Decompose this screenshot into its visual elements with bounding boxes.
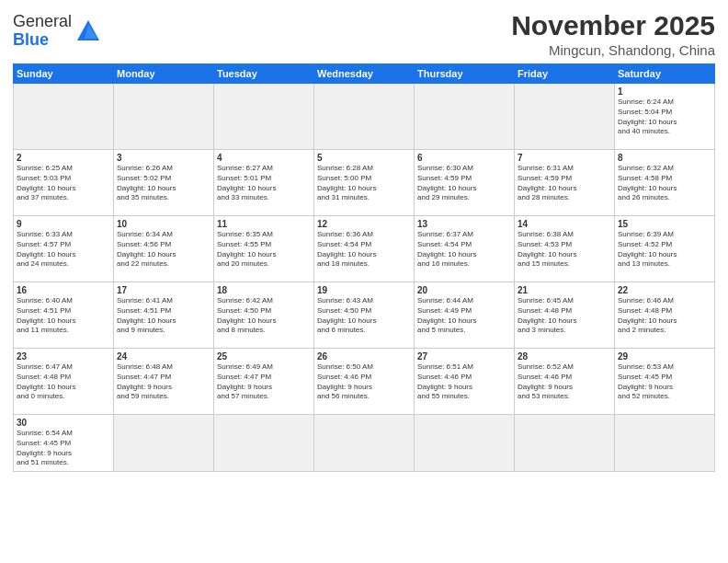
day-info: Sunrise: 6:38 AM Sunset: 4:53 PM Dayligh… bbox=[518, 230, 611, 270]
day-number: 3 bbox=[117, 153, 210, 163]
day-number: 25 bbox=[217, 351, 311, 362]
logo-blue: Blue bbox=[13, 30, 49, 49]
day-number: 18 bbox=[217, 285, 311, 295]
day-info: Sunrise: 6:47 AM Sunset: 4:48 PM Dayligh… bbox=[17, 362, 110, 402]
table-row: 15Sunrise: 6:39 AM Sunset: 4:52 PM Dayli… bbox=[615, 216, 715, 282]
header: General Blue November 2025 Mingcun, Shan… bbox=[13, 9, 715, 58]
day-number: 9 bbox=[17, 219, 110, 229]
table-row: 6Sunrise: 6:30 AM Sunset: 4:59 PM Daylig… bbox=[415, 150, 515, 216]
calendar-row: 2Sunrise: 6:25 AM Sunset: 5:03 PM Daylig… bbox=[14, 150, 715, 216]
day-info: Sunrise: 6:31 AM Sunset: 4:59 PM Dayligh… bbox=[518, 164, 611, 203]
table-row bbox=[14, 84, 114, 150]
header-saturday: Saturday bbox=[615, 64, 715, 84]
table-row: 24Sunrise: 6:48 AM Sunset: 4:47 PM Dayli… bbox=[114, 349, 214, 415]
day-info: Sunrise: 6:41 AM Sunset: 4:51 PM Dayligh… bbox=[117, 296, 210, 336]
calendar-page: General Blue November 2025 Mingcun, Shan… bbox=[0, 0, 728, 563]
table-row: 10Sunrise: 6:34 AM Sunset: 4:56 PM Dayli… bbox=[114, 216, 214, 282]
calendar-row: 30Sunrise: 6:54 AM Sunset: 4:45 PM Dayli… bbox=[14, 415, 715, 472]
table-row: 30Sunrise: 6:54 AM Sunset: 4:45 PM Dayli… bbox=[14, 415, 114, 472]
day-info: Sunrise: 6:54 AM Sunset: 4:45 PM Dayligh… bbox=[17, 429, 110, 468]
day-info: Sunrise: 6:33 AM Sunset: 4:57 PM Dayligh… bbox=[17, 230, 110, 270]
table-row: 17Sunrise: 6:41 AM Sunset: 4:51 PM Dayli… bbox=[114, 282, 214, 349]
table-row: 2Sunrise: 6:25 AM Sunset: 5:03 PM Daylig… bbox=[14, 150, 114, 216]
calendar-row: 1Sunrise: 6:24 AM Sunset: 5:04 PM Daylig… bbox=[14, 84, 715, 150]
day-number: 26 bbox=[317, 351, 411, 362]
day-info: Sunrise: 6:49 AM Sunset: 4:47 PM Dayligh… bbox=[217, 362, 311, 402]
day-info: Sunrise: 6:32 AM Sunset: 4:58 PM Dayligh… bbox=[618, 164, 711, 203]
calendar-header-row: Sunday Monday Tuesday Wednesday Thursday… bbox=[14, 64, 715, 84]
day-number: 19 bbox=[317, 285, 411, 295]
table-row: 14Sunrise: 6:38 AM Sunset: 4:53 PM Dayli… bbox=[515, 216, 615, 282]
day-number: 2 bbox=[17, 153, 110, 163]
day-number: 12 bbox=[317, 219, 411, 229]
day-number: 4 bbox=[217, 153, 311, 163]
day-info: Sunrise: 6:42 AM Sunset: 4:50 PM Dayligh… bbox=[217, 296, 311, 336]
day-number: 24 bbox=[117, 351, 210, 362]
table-row bbox=[214, 84, 314, 150]
day-number: 17 bbox=[117, 285, 210, 295]
header-wednesday: Wednesday bbox=[314, 64, 415, 84]
table-row: 23Sunrise: 6:47 AM Sunset: 4:48 PM Dayli… bbox=[14, 349, 114, 415]
day-info: Sunrise: 6:46 AM Sunset: 4:48 PM Dayligh… bbox=[618, 296, 711, 336]
calendar-row: 23Sunrise: 6:47 AM Sunset: 4:48 PM Dayli… bbox=[14, 349, 715, 415]
day-info: Sunrise: 6:25 AM Sunset: 5:03 PM Dayligh… bbox=[17, 164, 110, 203]
day-number: 23 bbox=[17, 351, 110, 362]
table-row bbox=[515, 415, 615, 472]
day-number: 22 bbox=[618, 285, 711, 295]
table-row bbox=[214, 415, 314, 472]
day-info: Sunrise: 6:27 AM Sunset: 5:01 PM Dayligh… bbox=[217, 164, 311, 203]
table-row bbox=[415, 84, 515, 150]
day-number: 13 bbox=[417, 219, 511, 229]
table-row: 25Sunrise: 6:49 AM Sunset: 4:47 PM Dayli… bbox=[214, 349, 314, 415]
day-info: Sunrise: 6:43 AM Sunset: 4:50 PM Dayligh… bbox=[317, 296, 411, 336]
table-row: 28Sunrise: 6:52 AM Sunset: 4:46 PM Dayli… bbox=[515, 349, 615, 415]
calendar-title: November 2025 bbox=[511, 9, 715, 42]
day-number: 1 bbox=[618, 86, 711, 97]
day-number: 14 bbox=[518, 219, 611, 229]
day-number: 29 bbox=[618, 351, 711, 362]
table-row: 11Sunrise: 6:35 AM Sunset: 4:55 PM Dayli… bbox=[214, 216, 314, 282]
table-row bbox=[314, 415, 415, 472]
table-row: 7Sunrise: 6:31 AM Sunset: 4:59 PM Daylig… bbox=[515, 150, 615, 216]
logo-general: General bbox=[13, 12, 72, 30]
logo: General Blue bbox=[13, 13, 101, 50]
calendar-row: 16Sunrise: 6:40 AM Sunset: 4:51 PM Dayli… bbox=[14, 282, 715, 349]
day-info: Sunrise: 6:26 AM Sunset: 5:02 PM Dayligh… bbox=[117, 164, 210, 203]
day-info: Sunrise: 6:34 AM Sunset: 4:56 PM Dayligh… bbox=[117, 230, 210, 270]
day-info: Sunrise: 6:44 AM Sunset: 4:49 PM Dayligh… bbox=[417, 296, 511, 336]
day-info: Sunrise: 6:51 AM Sunset: 4:46 PM Dayligh… bbox=[417, 362, 511, 402]
day-info: Sunrise: 6:28 AM Sunset: 5:00 PM Dayligh… bbox=[317, 164, 411, 203]
calendar-subtitle: Mingcun, Shandong, China bbox=[511, 42, 715, 58]
table-row: 22Sunrise: 6:46 AM Sunset: 4:48 PM Dayli… bbox=[615, 282, 715, 349]
table-row: 3Sunrise: 6:26 AM Sunset: 5:02 PM Daylig… bbox=[114, 150, 214, 216]
table-row: 21Sunrise: 6:45 AM Sunset: 4:48 PM Dayli… bbox=[515, 282, 615, 349]
day-number: 6 bbox=[417, 153, 511, 163]
header-tuesday: Tuesday bbox=[214, 64, 314, 84]
table-row: 8Sunrise: 6:32 AM Sunset: 4:58 PM Daylig… bbox=[615, 150, 715, 216]
day-number: 21 bbox=[518, 285, 611, 295]
day-info: Sunrise: 6:35 AM Sunset: 4:55 PM Dayligh… bbox=[217, 230, 311, 270]
table-row bbox=[114, 84, 214, 150]
table-row: 19Sunrise: 6:43 AM Sunset: 4:50 PM Dayli… bbox=[314, 282, 415, 349]
calendar-table: Sunday Monday Tuesday Wednesday Thursday… bbox=[13, 63, 715, 472]
day-info: Sunrise: 6:39 AM Sunset: 4:52 PM Dayligh… bbox=[618, 230, 711, 270]
day-info: Sunrise: 6:30 AM Sunset: 4:59 PM Dayligh… bbox=[417, 164, 511, 203]
day-number: 27 bbox=[417, 351, 511, 362]
day-number: 16 bbox=[17, 285, 110, 295]
day-info: Sunrise: 6:53 AM Sunset: 4:45 PM Dayligh… bbox=[618, 362, 711, 402]
table-row: 4Sunrise: 6:27 AM Sunset: 5:01 PM Daylig… bbox=[214, 150, 314, 216]
table-row: 20Sunrise: 6:44 AM Sunset: 4:49 PM Dayli… bbox=[415, 282, 515, 349]
day-info: Sunrise: 6:52 AM Sunset: 4:46 PM Dayligh… bbox=[518, 362, 611, 402]
day-number: 28 bbox=[518, 351, 611, 362]
table-row bbox=[415, 415, 515, 472]
table-row: 9Sunrise: 6:33 AM Sunset: 4:57 PM Daylig… bbox=[14, 216, 114, 282]
table-row: 5Sunrise: 6:28 AM Sunset: 5:00 PM Daylig… bbox=[314, 150, 415, 216]
table-row bbox=[515, 84, 615, 150]
table-row bbox=[114, 415, 214, 472]
header-thursday: Thursday bbox=[415, 64, 515, 84]
day-info: Sunrise: 6:36 AM Sunset: 4:54 PM Dayligh… bbox=[317, 230, 411, 270]
table-row bbox=[615, 415, 715, 472]
logo-icon bbox=[75, 18, 101, 44]
title-block: November 2025 Mingcun, Shandong, China bbox=[511, 9, 715, 58]
day-number: 8 bbox=[618, 153, 711, 163]
